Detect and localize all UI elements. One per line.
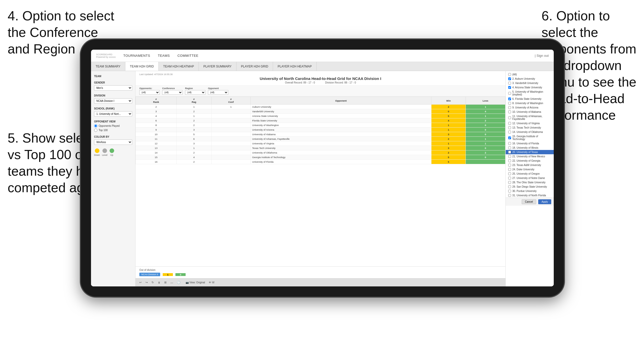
nav-teams[interactable]: TEAMS: [158, 54, 170, 58]
cell-rag: 1: [176, 105, 211, 109]
right-panel-item[interactable]: 9. University of Arizona: [506, 105, 554, 110]
subnav-player-h2h-grid[interactable]: PLAYER H2H GRID: [236, 62, 273, 71]
right-panel-item[interactable]: 3. Vanderbilt University: [506, 81, 554, 85]
right-panel-item[interactable]: 30. Purdue University: [506, 189, 554, 193]
right-panel-item[interactable]: 15. Georgia Institute of Technology: [506, 134, 554, 141]
apply-button[interactable]: Apply: [538, 199, 551, 204]
right-panel-item[interactable]: 16. University of Florida: [506, 141, 554, 146]
panel-item-checkbox[interactable]: [508, 155, 511, 158]
panel-item-checkbox[interactable]: [508, 92, 511, 95]
right-panel-item[interactable]: (All): [506, 72, 554, 77]
subnav-player-h2h-heatmap[interactable]: PLAYER H2H HEATMAP: [273, 62, 317, 71]
panel-item-checkbox[interactable]: [508, 185, 511, 188]
panel-item-checkbox[interactable]: [508, 146, 511, 149]
cell-rank: 6: [136, 118, 177, 123]
right-panel-item[interactable]: 23. Texas A&M University: [506, 163, 554, 167]
nav-tournaments[interactable]: TOURNAMENTS: [123, 54, 150, 58]
panel-item-checkbox[interactable]: [508, 142, 511, 145]
cell-loss: 0: [466, 132, 505, 137]
radio-top-100[interactable]: Top 100: [94, 129, 132, 132]
clock-btn[interactable]: 🕐: [176, 280, 182, 285]
right-panel-item[interactable]: 13. Texas Tech University: [506, 126, 554, 130]
right-panel-item[interactable]: 25. University of Oregon: [506, 172, 554, 176]
subnav-team-summary[interactable]: TEAM SUMMARY: [91, 62, 125, 71]
right-panel-item[interactable]: 4. Arizona State University: [506, 85, 554, 90]
right-panel-item[interactable]: 11. University of Arkansas, Fayetteville: [506, 114, 554, 121]
panel-item-checkbox[interactable]: [508, 168, 511, 171]
panel-item-checkbox[interactable]: [508, 102, 511, 105]
conference-filter-select[interactable]: (All): [162, 90, 183, 95]
cell-opponent: University of Florida: [250, 160, 431, 164]
panel-item-checkbox[interactable]: [508, 98, 511, 100]
refresh-btn[interactable]: ↻: [150, 280, 155, 285]
signout-link[interactable]: | Sign out: [535, 54, 549, 58]
division-select[interactable]: NCAA Division I: [94, 98, 132, 104]
cell-win: 1: [431, 128, 466, 132]
panel-item-checkbox[interactable]: [508, 172, 511, 175]
cell-win: 0: [431, 109, 466, 114]
panel-item-checkbox[interactable]: [508, 106, 511, 109]
region-filter-select[interactable]: (All): [185, 90, 205, 95]
panel-item-checkbox[interactable]: [508, 131, 511, 133]
radio-opponents-played[interactable]: Opponents Played: [94, 124, 132, 128]
opponent-filter-label: Opponent: [208, 87, 228, 90]
right-panel-item[interactable]: 2. Auburn University: [506, 77, 554, 81]
panel-item-checkbox[interactable]: [508, 136, 511, 139]
right-panel-item[interactable]: 6. Florida State University: [506, 97, 554, 101]
panel-item-checkbox[interactable]: [508, 86, 511, 89]
school-select[interactable]: 1. University of Nort...: [94, 111, 132, 117]
cell-win: 3: [431, 132, 466, 137]
right-panel-item[interactable]: 28. The Ohio State University: [506, 180, 554, 185]
right-panel-item[interactable]: 18. University of Illinois: [506, 146, 554, 150]
panel-item-checkbox[interactable]: [508, 110, 511, 113]
grid-icon[interactable]: ⊞: [163, 280, 168, 285]
right-panel-item[interactable]: 5. University of Washington (implied): [506, 90, 554, 97]
panel-item-checkbox[interactable]: [508, 126, 511, 129]
dash-btn[interactable]: —: [169, 281, 174, 285]
subnav-player-summary[interactable]: PLAYER SUMMARY: [199, 62, 236, 71]
colour-by-select[interactable]: Win/loss: [94, 140, 132, 145]
cell-conf: [212, 155, 251, 160]
panel-item-checkbox[interactable]: [508, 190, 511, 192]
panel-item-checkbox[interactable]: [508, 194, 511, 197]
gender-select[interactable]: Men's: [94, 85, 132, 91]
radio-top-100-input[interactable]: [94, 129, 97, 132]
pause-btn[interactable]: ⏸: [156, 281, 162, 285]
cancel-button[interactable]: Cancel: [522, 199, 536, 204]
radio-opponents-played-input[interactable]: [94, 124, 97, 128]
right-panel-item[interactable]: 12. University of Virginia: [506, 121, 554, 126]
right-panel-item[interactable]: 8. University of Washington: [506, 101, 554, 105]
cell-rag: 2: [176, 123, 211, 128]
opponent-filter-select[interactable]: (All): [208, 90, 228, 95]
panel-item-checkbox[interactable]: [508, 151, 511, 154]
table-row: 6 2 Florida State University 4 2: [136, 118, 505, 123]
subnav-team-h2h-heatmap[interactable]: TEAM H2H HEATMAP: [159, 62, 199, 71]
panel-item-checkbox[interactable]: [508, 77, 511, 80]
redo-btn[interactable]: ↪: [144, 280, 149, 285]
right-panel-item[interactable]: 10. University of Alabama: [506, 110, 554, 114]
right-panel-item[interactable]: 20. University of Texas: [506, 150, 554, 154]
right-panel-item[interactable]: 27. University of Notre Dame: [506, 176, 554, 180]
panel-item-checkbox[interactable]: [508, 73, 511, 76]
opponents-filter-select[interactable]: (All): [139, 90, 160, 95]
cell-conf: [212, 118, 251, 123]
right-panel-item[interactable]: 14. University of Oklahoma: [506, 130, 554, 134]
panel-item-label: 22. University of Georgia: [512, 159, 540, 162]
gender-label: Gender: [94, 81, 132, 84]
panel-item-checkbox[interactable]: [508, 164, 511, 166]
panel-item-checkbox[interactable]: [508, 122, 511, 125]
panel-item-checkbox[interactable]: [508, 116, 511, 119]
undo-btn[interactable]: ↩: [138, 280, 143, 285]
panel-item-label: 6. Florida State University: [512, 98, 542, 100]
right-panel-item[interactable]: 31. University of North Florida: [506, 193, 554, 198]
panel-item-checkbox[interactable]: [508, 82, 511, 85]
right-panel-item[interactable]: 22. University of Georgia: [506, 159, 554, 163]
panel-item-checkbox[interactable]: [508, 159, 511, 162]
right-panel-item[interactable]: 21. University of New Mexico: [506, 154, 554, 159]
panel-item-checkbox[interactable]: [508, 177, 511, 179]
panel-item-checkbox[interactable]: [508, 181, 511, 184]
subnav-team-h2h-grid[interactable]: TEAM H2H GRID: [125, 62, 159, 71]
right-panel-item[interactable]: 29. San Diego State University: [506, 185, 554, 189]
nav-committee[interactable]: COMMITTEE: [177, 54, 199, 58]
right-panel-item[interactable]: 24. Duke University: [506, 167, 554, 172]
